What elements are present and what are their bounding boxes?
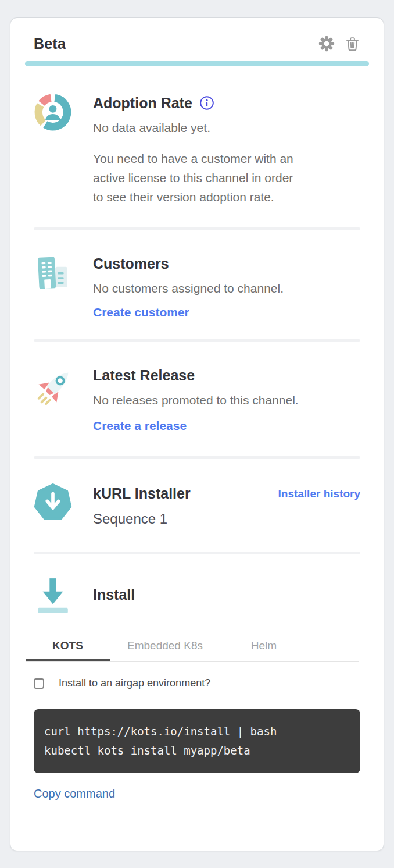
channel-title: Beta (34, 34, 66, 53)
gear-icon[interactable] (318, 35, 335, 52)
channel-accent-bar (25, 61, 369, 66)
create-customer-link[interactable]: Create customer (93, 305, 189, 319)
kurl-installer-title: kURL Installer (93, 483, 191, 503)
section-divider (34, 339, 360, 342)
channel-card: Beta (10, 17, 384, 851)
install-tabs: KOTS Embedded K8s Helm (26, 636, 359, 662)
airgap-option-row: Install to an airgap environment? (34, 677, 360, 689)
tab-helm[interactable]: Helm (220, 636, 307, 661)
customers-title: Customers (93, 254, 360, 273)
buildings-icon (34, 254, 72, 294)
kurl-installer-section: kURL Installer Installer history Sequenc… (34, 483, 360, 528)
install-title: Install (93, 585, 360, 604)
airgap-checkbox[interactable] (34, 678, 44, 689)
adoption-empty-message: No data available yet. (93, 118, 360, 137)
card-header: Beta (10, 18, 384, 61)
latest-release-title: Latest Release (93, 365, 360, 385)
code-line: curl https://kots.io/install | bash (44, 722, 350, 741)
adoption-empty-description: You need to have a customer with an acti… (93, 149, 360, 207)
latest-release-section: Latest Release No releases promoted to t… (34, 365, 360, 433)
trash-icon[interactable] (345, 35, 360, 52)
customers-section: Customers No customers assigned to chann… (34, 254, 360, 319)
section-divider (34, 552, 360, 554)
rocket-icon (34, 365, 72, 411)
header-actions (318, 35, 360, 52)
card-body: Adoption Rate No data available yet. You… (10, 93, 384, 801)
install-section: Install (34, 575, 360, 617)
section-divider (34, 456, 360, 459)
release-empty-message: No releases promoted to this channel. (93, 390, 360, 410)
tab-kots[interactable]: KOTS (26, 636, 110, 661)
adoption-rate-section: Adoption Rate No data available yet. You… (34, 93, 360, 207)
create-release-link[interactable]: Create a release (93, 419, 187, 433)
code-line: kubectl kots install myapp/beta (44, 741, 350, 760)
airgap-checkbox-label: Install to an airgap environment? (59, 677, 210, 689)
installer-sequence: Sequence 1 (93, 509, 360, 528)
install-command-codeblock[interactable]: curl https://kots.io/install | bashkubec… (34, 709, 360, 773)
adoption-rate-donut-user-icon (34, 93, 72, 134)
section-divider (34, 227, 360, 230)
installer-history-link[interactable]: Installer history (278, 488, 361, 500)
adoption-rate-title: Adoption Rate (93, 93, 360, 113)
download-icon (34, 575, 72, 617)
heptagon-download-icon (34, 483, 72, 524)
customers-empty-message: No customers assigned to channel. (93, 279, 360, 298)
info-icon[interactable] (199, 95, 214, 111)
copy-command-link[interactable]: Copy command (34, 787, 115, 801)
tab-embedded-k8s[interactable]: Embedded K8s (110, 636, 220, 661)
